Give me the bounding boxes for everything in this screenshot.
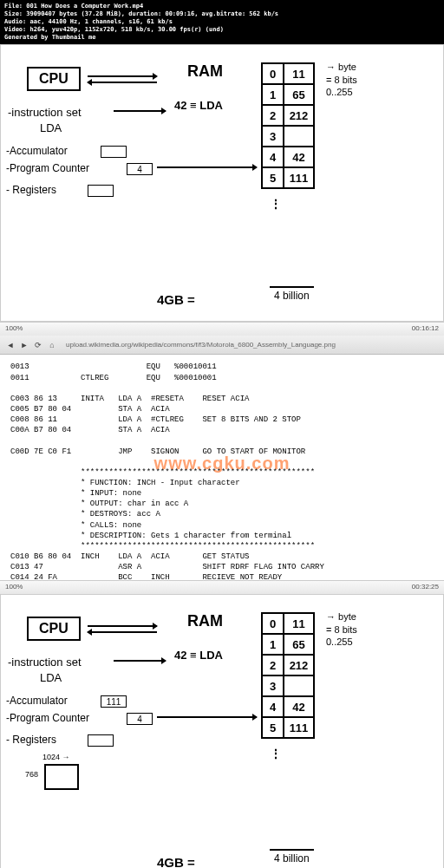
code-line: 0011 CTLREG EQU %00010001 xyxy=(10,374,217,382)
ram-addr: 4 xyxy=(262,696,284,717)
byte-bits: = 8 bits xyxy=(326,623,357,636)
arrow-instr xyxy=(114,110,166,112)
ram-val: 111 xyxy=(284,717,314,738)
video-metadata-header: File: 001 How Does a Computer Work.mp4 S… xyxy=(0,0,444,44)
monitor-screen-icon xyxy=(44,764,79,790)
ellipsis: ⋮ xyxy=(270,197,282,211)
register-box xyxy=(88,185,114,197)
meta-size: Size: 39090407 bytes (37.28 MiB), durati… xyxy=(4,10,440,18)
ram-addr: 1 xyxy=(262,634,284,655)
arrow-ram-cpu xyxy=(88,82,157,83)
browser-chrome: ◄ ► ⟳ ⌂ upload.wikimedia.org/wikipedia/c… xyxy=(0,336,444,355)
reload-icon[interactable]: ⟳ xyxy=(33,340,43,350)
ram-addr: 0 xyxy=(262,63,284,84)
timestamp: 00:32:25 xyxy=(412,583,439,592)
zoom-bar-2: 100% 00:32:25 xyxy=(0,580,444,594)
ram-addr: 1 xyxy=(262,84,284,105)
byte-annotation: → byte = 8 bits 0..255 xyxy=(326,610,357,648)
byte-annotation: → byte = 8 bits 0..255 xyxy=(326,61,357,98)
register-box xyxy=(88,734,114,747)
arrow-pc-ram xyxy=(157,716,257,718)
arrow-ram-cpu xyxy=(88,631,157,633)
ram-val xyxy=(284,675,314,696)
four-billion-label: 4 billion xyxy=(270,286,314,303)
registers-label: - Registers xyxy=(6,734,56,746)
ram-addr: 2 xyxy=(262,655,284,675)
four-gb-label: 4GB = xyxy=(157,855,195,868)
program-counter-box: 4 xyxy=(127,713,153,725)
accumulator-box xyxy=(101,146,127,158)
ram-label: RAM xyxy=(187,612,223,630)
back-icon[interactable]: ◄ xyxy=(5,340,16,350)
ram-val: 42 xyxy=(284,696,314,717)
code-line: C014 24 FA BCC INCH RECIEVE NOT READY xyxy=(10,573,282,580)
byte-bits: = 8 bits xyxy=(326,74,357,86)
home-icon[interactable]: ⌂ xyxy=(47,340,57,350)
ram-val: 212 xyxy=(284,105,314,126)
ram-addr: 3 xyxy=(262,126,284,147)
whiteboard-bottom: CPU RAM -instruction set LDA 42 ≡ LDA -A… xyxy=(0,594,444,868)
registers-label: - Registers xyxy=(6,184,56,196)
ram-table: 011 165 2212 3 442 5111 xyxy=(261,62,315,189)
code-line: 0013 EQU %00010011 xyxy=(10,362,217,371)
ram-addr: 5 xyxy=(262,717,284,738)
program-counter-label: -Program Counter xyxy=(6,162,89,174)
ram-val: 212 xyxy=(284,655,314,675)
code-line: * DESCRIPTION: Gets 1 character from ter… xyxy=(10,532,291,540)
arrow-cpu-ram xyxy=(88,625,157,627)
ram-val: 11 xyxy=(284,63,314,84)
ram-val: 111 xyxy=(284,167,314,188)
program-counter-box: 4 xyxy=(127,163,153,175)
four-billion-label: 4 billion xyxy=(270,849,314,866)
ram-label: RAM xyxy=(187,62,223,81)
code-line: * INPUT: none xyxy=(10,489,141,498)
program-counter-label: -Program Counter xyxy=(6,712,89,724)
res-1024-label: 1024 → xyxy=(42,753,70,761)
ram-addr: 5 xyxy=(262,167,284,188)
byte-arrow: → byte xyxy=(326,610,357,623)
ram-val: 11 xyxy=(284,613,314,634)
code-line: * DESTROYS: acc A xyxy=(10,510,160,519)
ram-val: 65 xyxy=(284,634,314,655)
meta-video: Video: h264, yuv420p, 1152x720, 518 kb/s… xyxy=(4,26,440,34)
ram-val: 42 xyxy=(284,147,314,167)
accumulator-box: 111 xyxy=(101,695,127,708)
lda-label: LDA xyxy=(40,121,62,134)
cpu-box: CPU xyxy=(27,617,81,641)
lda-label: LDA xyxy=(40,671,62,684)
zoom-level: 100% xyxy=(5,583,23,592)
code-line: C010 B6 80 04 INCH LDA A ACIA GET STATUS xyxy=(10,552,249,561)
byte-arrow: → byte xyxy=(326,61,357,73)
instruction-set-label: -instruction set xyxy=(8,106,82,119)
four-gb-label: 4GB = xyxy=(157,292,195,307)
ram-val: 65 xyxy=(284,84,314,105)
instruction-set-label: -instruction set xyxy=(8,656,82,669)
ram-addr: 0 xyxy=(262,613,284,634)
whiteboard-top: CPU RAM -instruction set LDA 42 ≡ LDA -A… xyxy=(0,44,444,322)
eq-lda-label: 42 ≡ LDA xyxy=(174,649,223,662)
arrow-pc-ram xyxy=(157,166,257,168)
code-line: * CALLS: none xyxy=(10,521,141,530)
meta-audio: Audio: aac, 44100 Hz, 1 channels, s16, 6… xyxy=(4,18,440,26)
code-line: C005 B7 80 04 STA A ACIA xyxy=(10,405,170,414)
code-line: ****************************************… xyxy=(10,542,315,551)
accumulator-label: -Accumulator xyxy=(6,145,68,157)
code-line: C008 86 11 LDA A #CTLREG SET 8 BITS AND … xyxy=(10,415,301,424)
ellipsis: ⋮ xyxy=(270,747,282,760)
eq-lda-label: 42 ≡ LDA xyxy=(174,99,223,112)
meta-gen: Generated by Thumbnail me xyxy=(4,34,440,42)
url-bar[interactable]: upload.wikimedia.org/wikipedia/commons/f… xyxy=(66,341,336,349)
assembly-code-panel: 0013 EQU %00010011 0011 CTLREG EQU %0001… xyxy=(0,355,444,580)
cpu-box: CPU xyxy=(27,67,81,91)
forward-icon[interactable]: ► xyxy=(19,340,29,350)
ram-val xyxy=(284,126,314,147)
arrow-cpu-ram xyxy=(88,75,157,77)
byte-range: 0..255 xyxy=(326,636,357,648)
accumulator-label: -Accumulator xyxy=(6,695,68,707)
code-line: * OUTPUT: char in acc A xyxy=(10,499,188,508)
ram-addr: 2 xyxy=(262,105,284,126)
timestamp: 00:16:12 xyxy=(412,324,439,334)
byte-range: 0..255 xyxy=(326,86,357,98)
code-line: C013 47 ASR A SHIFT RDRF FLAG INTO CARRY xyxy=(10,563,324,571)
code-line: * FUNCTION: INCH - Input character xyxy=(10,479,240,487)
